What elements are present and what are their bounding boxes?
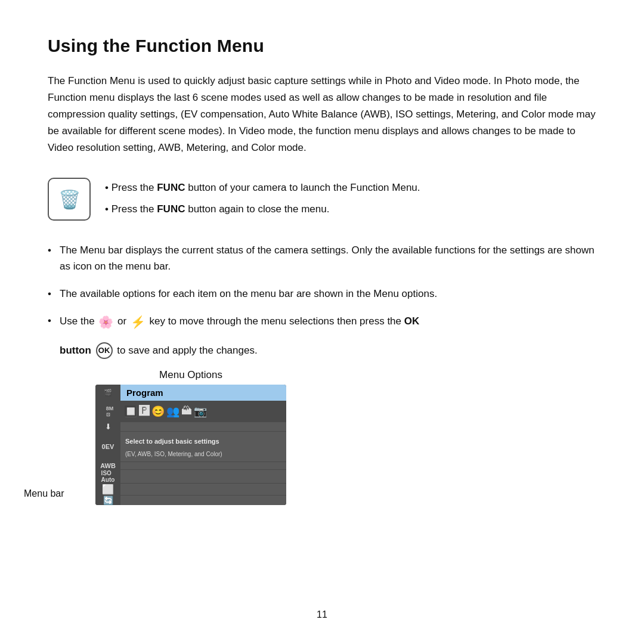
func-button-icon: 🗑️ — [48, 178, 91, 221]
menu-bar-label: Menu bar — [24, 488, 64, 499]
intro-paragraph: The Function Menu is used to quickly adj… — [48, 73, 596, 156]
page: Using the Function Menu The Function Men… — [0, 0, 644, 644]
bullet-item-5: Use the 🌸 or ⚡ key to move through the m… — [48, 312, 596, 332]
menu-program-label: Program — [120, 385, 286, 401]
func-bullet-1: Press the FUNC button of your camera to … — [105, 180, 420, 196]
menu-options-container: Menu Options 🎬 Program 8M⊡ 🔲 🅿 — [95, 369, 286, 505]
macro-icon: 🌸 — [98, 312, 113, 332]
page-title: Using the Function Menu — [48, 36, 596, 56]
face-mode-icon: 😊 — [151, 405, 165, 418]
button-label: button — [60, 345, 91, 356]
func-icon-section: 🗑️ Press the FUNC button of your camera … — [48, 178, 596, 221]
lightning-icon: ⚡ — [131, 312, 145, 332]
landscape-mode-icon: 🏔 — [181, 405, 192, 417]
page-number: 11 — [317, 609, 327, 620]
settings-list-text: (EV, AWB, ISO, Metering, and Color) — [125, 451, 222, 457]
sport-mode-icon: 📷 — [194, 405, 207, 418]
apply-text: to save and apply the changes. — [117, 345, 257, 356]
info-bullets: The Menu bar displays the current status… — [48, 242, 596, 332]
auto-mode-icon: 🔲 — [124, 405, 137, 418]
program-mode-icon: 🅿 — [139, 405, 150, 417]
portrait-mode-icon: 👥 — [166, 405, 179, 418]
menu-box: 🎬 Program 8M⊡ 🔲 🅿 😊 👥 🏔 📷 — [95, 385, 286, 505]
func-bullet-list: Press the FUNC button of your camera to … — [105, 178, 420, 216]
func-bullet-2: Press the FUNC button again to close the… — [105, 202, 420, 217]
menu-diagram: Menu Options 🎬 Program 8M⊡ 🔲 🅿 — [95, 369, 596, 505]
or-text: or — [117, 315, 129, 327]
bullet-item-3: The Menu bar displays the current status… — [48, 242, 596, 274]
menu-options-title: Menu Options — [159, 369, 222, 381]
ok-button-line: button OK to save and apply the changes. — [60, 342, 596, 360]
ok-badge: OK — [96, 342, 113, 359]
bullet-item-4: The available options for each item on t… — [48, 286, 596, 302]
select-adjust-text: Select to adjust basic settings — [125, 438, 219, 445]
